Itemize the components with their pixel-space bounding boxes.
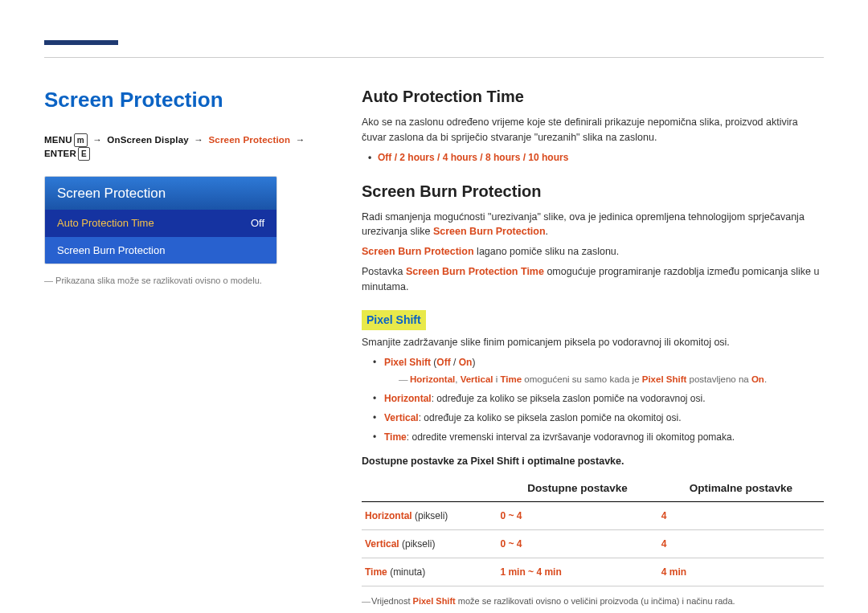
left-column: Screen Protection MENUm → OnScreen Displ…: [44, 84, 317, 613]
osd-title: Screen Protection: [45, 177, 276, 210]
pixel-shift-tag: Pixel Shift: [362, 310, 426, 330]
sub-note: Horizontal, Vertical i Time omogućeni su…: [410, 373, 824, 386]
section-title-screen-burn: Screen Burn Protection: [362, 179, 824, 203]
osd-item-label: Auto Protection Time: [57, 215, 154, 231]
footnote: Prikazana slika može se razlikovati ovis…: [44, 274, 317, 288]
list-item: Vertical: određuje za koliko se piksela …: [378, 411, 824, 425]
section-p3: Postavka Screen Burn Protection Time omo…: [362, 264, 824, 295]
settings-table: Dostupne postavke Optimalne postavke Hor…: [362, 476, 824, 586]
note: Vrijednost Pixel Shift može se razlikova…: [362, 595, 824, 608]
menu-icon: m: [74, 133, 88, 147]
arrow-icon: →: [194, 135, 203, 145]
col-optimal: Optimalne postavke: [658, 476, 824, 502]
manual-page: Screen Protection MENUm → OnScreen Displ…: [0, 0, 868, 613]
bc-menu: MENU: [44, 135, 72, 145]
arrow-icon: →: [296, 135, 305, 145]
section-p2: Screen Burn Protection lagano pomiče sli…: [362, 244, 824, 260]
option-values: Off / 2 hours / 4 hours / 8 hours / 10 h…: [378, 150, 824, 165]
section-title-auto-protection: Auto Protection Time: [362, 84, 824, 108]
breadcrumb: MENUm → OnScreen Display → Screen Protec…: [44, 133, 317, 161]
table-row: Time (minuta) 1 min ~ 4 min 4 min: [362, 558, 824, 586]
page-title: Screen Protection: [44, 84, 317, 116]
bc-p2: Screen Protection: [208, 135, 290, 145]
col-available: Dostupne postavke: [497, 476, 657, 502]
section-description: Ako se na zaslonu određeno vrijeme koje …: [362, 115, 824, 145]
list-item: Time: odredite vremenski interval za izv…: [378, 430, 824, 444]
osd-item-label: Screen Burn Protection: [57, 243, 165, 259]
notes-block: Vrijednost Pixel Shift može se razlikova…: [362, 595, 824, 613]
col-blank: [362, 476, 497, 502]
table-row: Horizontal (pikseli) 0 ~ 4 4: [362, 502, 824, 530]
table-row: Vertical (pikseli) 0 ~ 4 4: [362, 530, 824, 558]
enter-icon: E: [78, 147, 90, 161]
pixel-list: Pixel Shift (Off / On) Horizontal, Verti…: [378, 355, 824, 444]
osd-item-auto-protection[interactable]: Auto Protection Time Off: [45, 210, 276, 237]
arrow-icon: →: [92, 135, 102, 145]
right-column: Auto Protection Time Ako se na zaslonu o…: [362, 84, 824, 613]
osd-item-value: Off: [251, 215, 264, 231]
pixel-shift-desc: Smanjite zadržavanje slike finim pomican…: [362, 335, 824, 350]
list-item: Horizontal: određuje za koliko se piksel…: [378, 391, 824, 406]
table-caption: Dostupne postavke za Pixel Shift i optim…: [362, 454, 824, 469]
section-p1: Radi smanjenja mogućnosti "urezivanja" s…: [362, 210, 824, 240]
osd-menu-preview: Screen Protection Auto Protection Time O…: [44, 176, 277, 265]
top-rule: [44, 57, 824, 58]
bc-p1: OnScreen Display: [107, 135, 189, 145]
osd-item-screen-burn[interactable]: Screen Burn Protection: [45, 237, 276, 264]
bc-enter: ENTER: [44, 149, 76, 158]
list-item: Pixel Shift (Off / On) Horizontal, Verti…: [378, 355, 824, 386]
section-marker: [44, 40, 118, 45]
